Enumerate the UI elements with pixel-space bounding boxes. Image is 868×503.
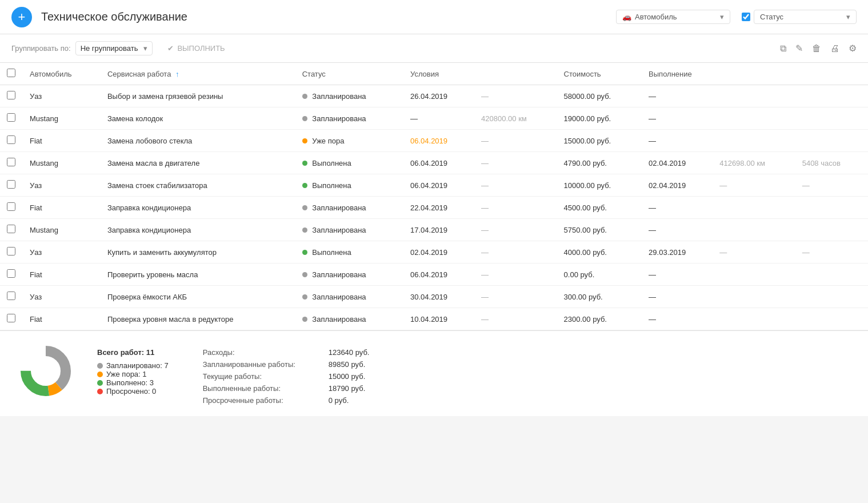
row-checkbox[interactable] <box>0 241 23 264</box>
row-done-date: — <box>642 130 713 152</box>
car-filter-chevron: ▾ <box>720 13 724 21</box>
status-text: Запланирована <box>312 270 366 279</box>
row-checkbox[interactable] <box>0 130 23 152</box>
row-done-extra <box>795 85 868 107</box>
row-checkbox[interactable] <box>0 85 23 107</box>
legend-item: Выполнено: 3 <box>97 378 169 387</box>
row-done-km: — <box>713 174 795 197</box>
stat-label: Расходы: <box>203 348 317 357</box>
row-date: 22.04.2019 <box>403 197 474 219</box>
row-service: Заправка кондиционера <box>101 219 295 241</box>
row-km: — <box>474 130 557 152</box>
settings-button[interactable]: ⚙ <box>849 43 857 54</box>
header: + Техническое обслуживание 🚗 Автомобиль … <box>0 0 868 34</box>
table-row: Уаз Выбор и замена грязевой резины Запла… <box>0 85 868 107</box>
row-km: — <box>474 85 557 107</box>
select-all-checkbox[interactable] <box>7 69 15 77</box>
row-checkbox[interactable] <box>0 107 23 130</box>
row-date: 06.04.2019 <box>403 174 474 197</box>
row-checkbox[interactable] <box>0 286 23 308</box>
status-dot <box>302 161 307 166</box>
group-label: Группировать по: <box>11 44 71 53</box>
stat-value: 89850 руб. <box>329 360 366 369</box>
row-done-extra <box>795 107 868 130</box>
row-cost: 5750.00 руб. <box>557 219 642 241</box>
status-dot <box>302 205 307 210</box>
row-cost: 4790.00 руб. <box>557 152 642 174</box>
row-service: Выбор и замена грязевой резины <box>101 85 295 107</box>
row-done-extra <box>795 197 868 219</box>
row-checkbox[interactable] <box>0 308 23 330</box>
status-filter-label: Статус <box>760 13 843 21</box>
status-text: Запланирована <box>312 226 366 234</box>
legend-dot <box>97 380 103 386</box>
row-done-extra: 5408 часов <box>795 152 868 174</box>
col-car: Автомобиль <box>23 63 101 85</box>
stat-label: Запланированные работы: <box>203 360 317 369</box>
status-text: Уже пора <box>312 137 344 145</box>
row-km: — <box>474 264 557 286</box>
legend-item: Уже пора: 1 <box>97 370 169 378</box>
row-done-date: — <box>642 286 713 308</box>
stat-row: Запланированные работы:89850 руб. <box>203 360 370 369</box>
status-filter[interactable]: Статус ▾ <box>754 10 857 24</box>
row-km: — <box>474 308 557 330</box>
col-service[interactable]: Сервисная работа ↑ <box>101 63 295 85</box>
add-button[interactable]: + <box>11 7 32 27</box>
row-km: — <box>474 219 557 241</box>
status-filter-checkbox[interactable] <box>742 13 750 21</box>
row-checkbox[interactable] <box>0 197 23 219</box>
stat-row: Выполненные работы:18790 руб. <box>203 384 370 393</box>
row-km: — <box>474 152 557 174</box>
status-text: Выполнена <box>312 159 351 167</box>
col-status: Статус <box>295 63 403 85</box>
status-dot <box>302 227 307 233</box>
row-car: Уаз <box>23 241 101 264</box>
stat-value: 123640 руб. <box>329 348 370 357</box>
execute-button[interactable]: ✔ ВЫПОЛНИТЬ <box>167 44 225 53</box>
footer-legend: Всего работ: 11 Запланировано: 7Уже пора… <box>97 342 169 396</box>
row-cost: 4500.00 руб. <box>557 197 642 219</box>
row-km: — <box>474 286 557 308</box>
row-checkbox[interactable] <box>0 219 23 241</box>
row-car: Mustang <box>23 219 101 241</box>
group-by-control: Группировать по: Не группировать ▾ <box>11 41 153 55</box>
row-done-km <box>713 308 795 330</box>
row-checkbox[interactable] <box>0 152 23 174</box>
row-done-extra <box>795 308 868 330</box>
row-status: Запланирована <box>295 264 403 286</box>
row-car: Fiat <box>23 308 101 330</box>
row-cost: 58000.00 руб. <box>557 85 642 107</box>
row-checkbox[interactable] <box>0 264 23 286</box>
table-row: Mustang Замена масла в двигателе Выполне… <box>0 152 868 174</box>
row-done-date: — <box>642 107 713 130</box>
row-service: Проверка уровня масла в редукторе <box>101 308 295 330</box>
copy-button[interactable]: ⧉ <box>780 43 786 54</box>
delete-button[interactable]: 🗑 <box>812 43 821 54</box>
maintenance-table: Автомобиль Сервисная работа ↑ Статус Усл… <box>0 63 868 330</box>
stat-row: Расходы:123640 руб. <box>203 348 370 357</box>
row-service: Купить и заменить аккумулятор <box>101 241 295 264</box>
row-car: Уаз <box>23 286 101 308</box>
row-done-extra: — <box>795 241 868 264</box>
row-car: Уаз <box>23 174 101 197</box>
donut-chart <box>17 342 74 401</box>
row-date: — <box>403 107 474 130</box>
status-filter-container: Статус ▾ <box>742 10 857 24</box>
row-service: Проверить уровень масла <box>101 264 295 286</box>
row-service: Проверка ёмкости АКБ <box>101 286 295 308</box>
group-select[interactable]: Не группировать ▾ <box>75 41 153 55</box>
stat-value: 15000 руб. <box>329 372 366 381</box>
row-cost: 4000.00 руб. <box>557 241 642 264</box>
row-cost: 2300.00 руб. <box>557 308 642 330</box>
print-button[interactable]: 🖨 <box>830 43 839 54</box>
row-done-km <box>713 107 795 130</box>
row-checkbox[interactable] <box>0 174 23 197</box>
row-status: Запланирована <box>295 85 403 107</box>
car-filter[interactable]: 🚗 Автомобиль ▾ <box>616 10 730 24</box>
edit-button[interactable]: ✎ <box>795 43 803 54</box>
stat-label: Просроченные работы: <box>203 396 317 405</box>
legend-label: Выполнено: 3 <box>106 378 154 387</box>
row-cost: 300.00 руб. <box>557 286 642 308</box>
row-done-extra <box>795 286 868 308</box>
